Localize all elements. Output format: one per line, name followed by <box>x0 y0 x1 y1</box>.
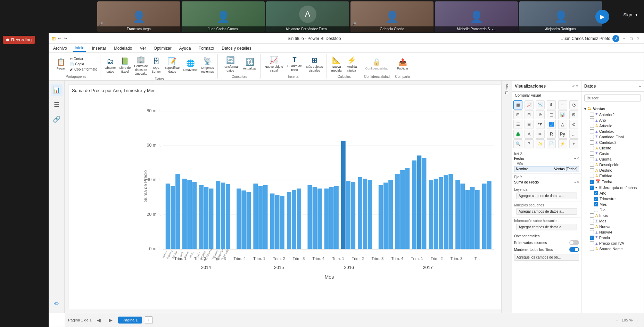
cb-cantidad3[interactable] <box>590 140 594 145</box>
cb-cuenta[interactable] <box>590 157 594 161</box>
menu-inicio[interactable]: Inicio <box>73 45 86 52</box>
cb-costo[interactable] <box>590 152 594 156</box>
viz-pie[interactable]: ◔ <box>569 100 578 109</box>
tree-item-año[interactable]: Σ Año <box>581 117 644 123</box>
cuadro-texto-btn[interactable]: T Cuadro detexto <box>286 55 303 73</box>
viz-more[interactable]: ... <box>569 130 578 139</box>
publicar-btn[interactable]: 📤 Publicar <box>396 57 410 72</box>
viz-extra[interactable]: + <box>569 139 578 148</box>
tree-item-año-hier[interactable]: ✓ Año <box>581 190 644 196</box>
viz-line-chart[interactable]: 📈 <box>525 100 534 109</box>
next-button[interactable]: ▶ <box>595 10 609 24</box>
eje-x-dropdown[interactable]: Fecha ▾ × <box>514 156 579 161</box>
cb-trimestre[interactable]: ✓ <box>594 197 598 201</box>
tree-ventas[interactable]: ▾ 🗂 Ventas <box>581 106 644 112</box>
eje-x-dropdown-arrow[interactable]: ▾ <box>574 157 576 161</box>
user-avatar[interactable]: J <box>612 35 619 42</box>
viz-ai[interactable]: A <box>525 130 534 139</box>
viz-funnel[interactable]: ⊟ <box>525 110 534 119</box>
tree-item-destino[interactable]: A Destino <box>581 167 644 173</box>
cb-cliente[interactable] <box>590 146 594 150</box>
sign-in-button[interactable]: Sign in <box>623 12 637 17</box>
viz-narrative[interactable]: ✏ <box>536 130 545 139</box>
menu-modelado[interactable]: Modelado <box>113 45 134 51</box>
tree-item-inicio[interactable]: A Inicio <box>581 213 644 218</box>
mas-visuales-btn[interactable]: ⊞ Más objetosvisuales <box>305 55 324 74</box>
eje-x-remove[interactable]: × <box>577 156 579 161</box>
menu-formato[interactable]: Formato <box>197 45 216 51</box>
cb-nueva4[interactable] <box>590 230 594 234</box>
tree-item-mes2[interactable]: Σ Mes <box>581 218 644 224</box>
minimize-button[interactable]: − <box>621 36 627 41</box>
tree-item-articulo[interactable]: A Artículo <box>581 123 644 129</box>
tree-item-precio-iva[interactable]: Σ Precio con IVA <box>581 240 644 246</box>
tree-item-costo[interactable]: Σ Costo <box>581 151 644 156</box>
cb-año[interactable] <box>590 118 594 122</box>
obtener-datos-btn[interactable]: 🗂 Obtenerdatos <box>103 56 117 75</box>
cb-jerarquia[interactable]: ✓ <box>590 186 594 190</box>
cb-destino[interactable] <box>590 168 594 172</box>
cb-año-hier[interactable]: ✓ <box>594 191 598 195</box>
cb-inicio[interactable] <box>590 213 594 218</box>
transformar-btn[interactable]: 🔄 Transformardatos <box>221 55 240 74</box>
viz-decomp[interactable]: 🌲 <box>513 130 522 139</box>
viz-area-chart[interactable]: 📉 <box>536 100 545 109</box>
viz-azure-map[interactable]: ⊙ <box>569 120 578 129</box>
dataverse-btn[interactable]: 🌐 Dataverse <box>182 58 199 73</box>
agregar-campos-btn[interactable]: Agregue los campos de ob... <box>514 254 579 261</box>
cb-dia[interactable] <box>594 208 598 212</box>
tree-item-trimestre[interactable]: ✓ Trimestre <box>581 196 644 202</box>
tree-item-cantidad[interactable]: Σ Cantidad <box>581 129 644 134</box>
viz-treemap[interactable]: ⊞ <box>513 110 522 119</box>
tree-item-source[interactable]: A Source.Name <box>581 246 644 252</box>
chart-container[interactable]: Suma de Precio por Año, Trimestre y Mes … <box>68 84 571 309</box>
tree-item-precio[interactable]: ✓ Σ Precio <box>581 235 644 240</box>
tree-item-entidad[interactable]: A Entidad <box>581 173 644 179</box>
tree-item-descripcion[interactable]: A Descripción <box>581 162 644 167</box>
sidebar-table-icon[interactable]: ☰ <box>52 99 61 111</box>
mantener-filtros-toggle[interactable] <box>569 247 579 252</box>
cb-entidad[interactable] <box>590 174 594 178</box>
video-tile-4[interactable]: 👤 🎤 Gabriela Osorio <box>350 1 434 32</box>
zoom-out-btn[interactable]: − <box>614 317 620 323</box>
viz-matrix[interactable]: ⊞ <box>525 120 534 129</box>
viz-r[interactable]: R <box>547 130 556 139</box>
viz-shape[interactable]: △ <box>558 120 567 129</box>
viz-bar-chart[interactable]: ▦ <box>513 100 522 109</box>
viz-qa[interactable]: ? <box>525 139 534 148</box>
viz-search[interactable]: 🔍 <box>513 139 522 148</box>
page-prev-btn[interactable]: ◀ <box>94 316 104 325</box>
menu-ayuda[interactable]: Ayuda <box>178 45 192 51</box>
viz-table[interactable]: ☰ <box>513 120 522 129</box>
tree-item-dia[interactable]: Día <box>581 207 644 213</box>
viz-collapse-btn[interactable]: « <box>572 84 575 89</box>
info-add[interactable]: Agregar campos de datos a... <box>516 224 577 230</box>
cb-mes2[interactable] <box>590 219 594 223</box>
tree-item-nueva[interactable]: A Nueva <box>581 224 644 229</box>
cb-mes[interactable]: ✓ <box>594 202 598 206</box>
sidebar-model-icon[interactable]: 🔗 <box>51 113 63 125</box>
medida-rapida-btn[interactable]: ⚡ Medidarápida <box>345 55 359 74</box>
eje-y-dropdown-arrow[interactable]: ▾ <box>574 180 576 184</box>
especificar-btn[interactable]: 📝 Especificardatos <box>163 56 181 75</box>
viz-py[interactable]: Py <box>558 130 567 139</box>
data-expand-btn[interactable]: » <box>638 84 641 89</box>
tree-item-cuenta[interactable]: Σ Cuenta <box>581 156 644 162</box>
nueva-medida-btn[interactable]: 📐 Nuevamedida <box>330 55 344 74</box>
cortar-btn[interactable]: ✂ Cortar <box>69 57 98 61</box>
onelake-btn[interactable]: 🏢 Centro dedatos deOneLake <box>133 54 149 76</box>
cb-anterior2[interactable] <box>590 113 594 117</box>
leyenda-add[interactable]: Agregar campos de datos a... <box>516 193 577 199</box>
tree-item-cantidad-final[interactable]: Σ Cantidad Final <box>581 134 644 140</box>
zoom-in-btn[interactable]: + <box>634 317 640 323</box>
menu-insertar[interactable]: Insertar <box>91 45 108 51</box>
origenes-btn[interactable]: 📡 Orígenesrecientes <box>200 56 215 75</box>
cb-cantidad-final[interactable] <box>590 135 594 139</box>
viz-gauge[interactable]: ⊛ <box>536 110 545 119</box>
video-tile-1[interactable]: 👤 🎤 Francisca Vega <box>97 1 180 32</box>
tree-item-cliente[interactable]: A Cliente <box>581 145 644 151</box>
maximize-button[interactable]: □ <box>628 36 634 41</box>
video-tile-2[interactable]: 👤 Juan Carlos Gomez <box>182 1 265 32</box>
video-tile-3[interactable]: A Alejandro Fernández Fuen... <box>266 1 349 32</box>
eje-y-dropdown[interactable]: Suma de Precio ▾ × <box>514 180 579 185</box>
